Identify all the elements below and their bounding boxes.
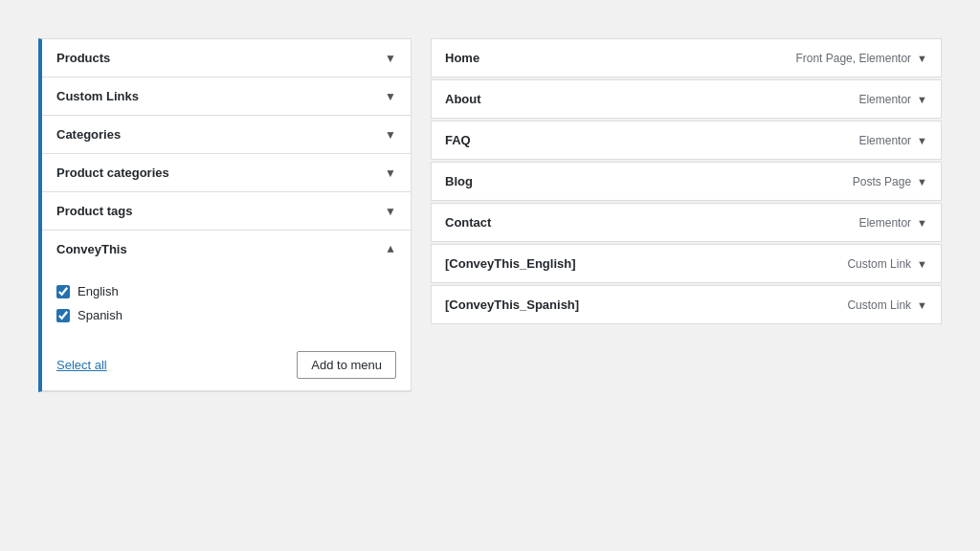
checkbox-item-english: English xyxy=(56,279,396,303)
accordion-header-product-categories[interactable]: Product categories ▼ xyxy=(42,154,411,191)
accordion-conveythis: ConveyThis ▼ English Spanish Select all … xyxy=(42,231,411,391)
accordion-header-categories[interactable]: Categories ▼ xyxy=(42,116,411,153)
checkbox-item-spanish: Spanish xyxy=(56,303,396,327)
menu-item-label-home: Home xyxy=(445,51,479,65)
spanish-checkbox[interactable] xyxy=(56,309,70,322)
menu-item-type-conveythis-spanish: Custom Link xyxy=(847,298,911,312)
menu-item-right-about: Elementor ▼ xyxy=(858,93,927,106)
accordion-header-conveythis[interactable]: ConveyThis ▼ xyxy=(42,231,411,268)
chevron-down-icon-product-tags: ▼ xyxy=(385,205,396,218)
chevron-down-icon-categories: ▼ xyxy=(385,128,396,142)
accordion-label-categories: Categories xyxy=(56,127,121,142)
chevron-down-icon-faq: ▼ xyxy=(917,135,927,146)
menu-item-type-about: Elementor xyxy=(858,93,911,106)
menu-item-about[interactable]: About Elementor ▼ xyxy=(431,79,942,119)
select-all-button[interactable]: Select all xyxy=(56,358,107,372)
spanish-label[interactable]: Spanish xyxy=(78,308,122,322)
menu-item-label-faq: FAQ xyxy=(445,133,471,147)
chevron-down-icon-about: ▼ xyxy=(917,94,927,105)
add-to-menu-button[interactable]: Add to menu xyxy=(297,351,396,379)
accordion-label-custom-links: Custom Links xyxy=(56,89,139,103)
english-checkbox[interactable] xyxy=(56,285,70,298)
chevron-down-icon-blog: ▼ xyxy=(917,176,927,187)
left-panel: Products ▼ Custom Links ▼ Categories ▼ P… xyxy=(38,38,412,392)
menu-item-right-conveythis-english: Custom Link ▼ xyxy=(847,257,927,271)
accordion-header-products[interactable]: Products ▼ xyxy=(42,39,411,77)
accordion-header-product-tags[interactable]: Product tags ▼ xyxy=(42,192,411,230)
right-panel: Home Front Page, Elementor ▼ About Eleme… xyxy=(431,38,942,324)
menu-item-contact[interactable]: Contact Elementor ▼ xyxy=(431,203,942,242)
chevron-down-icon-conveythis-spanish: ▼ xyxy=(917,299,927,311)
menu-item-type-home: Front Page, Elementor xyxy=(795,52,911,65)
accordion-label-products: Products xyxy=(56,51,110,65)
chevron-down-icon-product-categories: ▼ xyxy=(385,166,396,180)
menu-item-faq[interactable]: FAQ Elementor ▼ xyxy=(431,121,942,160)
menu-item-right-contact: Elementor ▼ xyxy=(858,216,927,230)
accordion-header-custom-links[interactable]: Custom Links ▼ xyxy=(42,77,411,115)
menu-item-label-conveythis-spanish: [ConveyThis_Spanish] xyxy=(445,298,579,312)
english-label[interactable]: English xyxy=(78,284,119,298)
chevron-down-icon-custom-links: ▼ xyxy=(385,90,396,103)
menu-item-right-home: Front Page, Elementor ▼ xyxy=(795,52,927,65)
accordion-product-tags: Product tags ▼ xyxy=(42,192,411,231)
accordion-products: Products ▼ xyxy=(42,39,411,77)
chevron-down-icon-conveythis-english: ▼ xyxy=(917,258,927,270)
menu-item-label-about: About xyxy=(445,92,481,106)
chevron-down-icon-products: ▼ xyxy=(385,52,396,65)
conveythis-body: English Spanish xyxy=(42,268,411,342)
menu-item-conveythis-english[interactable]: [ConveyThis_English] Custom Link ▼ xyxy=(431,244,942,283)
chevron-down-icon-home: ▼ xyxy=(917,53,927,64)
menu-item-label-blog: Blog xyxy=(445,174,473,188)
sidebar-accent xyxy=(38,39,42,391)
accordion-label-conveythis: ConveyThis xyxy=(56,242,127,256)
menu-item-type-faq: Elementor xyxy=(858,134,911,147)
accordion-label-product-categories: Product categories xyxy=(56,165,169,180)
menu-item-type-conveythis-english: Custom Link xyxy=(847,257,911,271)
accordion-label-product-tags: Product tags xyxy=(56,204,132,218)
accordion-categories: Categories ▼ xyxy=(42,116,411,154)
accordion-custom-links: Custom Links ▼ xyxy=(42,77,411,116)
accordion-product-categories: Product categories ▼ xyxy=(42,154,411,192)
menu-item-right-faq: Elementor ▼ xyxy=(858,134,927,147)
menu-item-type-contact: Elementor xyxy=(858,216,911,230)
menu-item-type-blog: Posts Page xyxy=(853,175,911,188)
menu-item-conveythis-spanish[interactable]: [ConveyThis_Spanish] Custom Link ▼ xyxy=(431,285,942,324)
menu-item-right-conveythis-spanish: Custom Link ▼ xyxy=(847,298,927,312)
menu-item-home[interactable]: Home Front Page, Elementor ▼ xyxy=(431,38,942,77)
menu-item-right-blog: Posts Page ▼ xyxy=(853,175,927,188)
main-layout: Products ▼ Custom Links ▼ Categories ▼ P… xyxy=(0,19,980,411)
menu-item-label-contact: Contact xyxy=(445,215,491,230)
menu-item-blog[interactable]: Blog Posts Page ▼ xyxy=(431,162,942,201)
chevron-up-icon-conveythis: ▼ xyxy=(385,243,396,256)
chevron-down-icon-contact: ▼ xyxy=(917,217,927,229)
menu-item-label-conveythis-english: [ConveyThis_English] xyxy=(445,256,576,271)
conveythis-footer: Select all Add to menu xyxy=(42,342,411,390)
